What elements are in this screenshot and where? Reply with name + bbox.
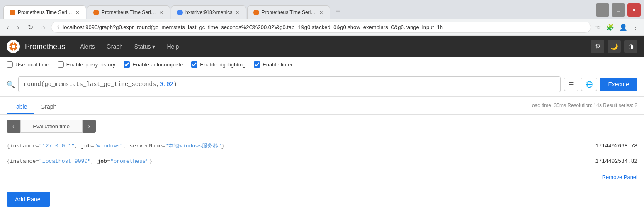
tab-close-2[interactable]: × [159,9,164,16]
query-list-btn[interactable]: ☰ [564,78,578,91]
use-local-time-label[interactable]: Use local time [7,61,49,68]
label-eq-1: = [36,143,39,149]
forward-button[interactable]: › [15,22,22,33]
label-brace-open-1: { [7,143,10,149]
execute-button[interactable]: Execute [600,78,637,91]
eval-time-display[interactable]: Evaluation time [20,120,83,133]
query-input-display[interactable]: round(go_memstats_last_gc_time_seconds, … [18,76,561,92]
profile-button[interactable]: 👤 [618,22,628,32]
nav-help[interactable]: Help [162,41,184,52]
enable-linter-label[interactable]: Enable linter [254,61,292,68]
use-local-time-checkbox[interactable] [7,61,13,68]
app-logo [7,40,20,53]
label-val-instance-2: "localhost:9090" [39,158,91,164]
nav-status[interactable]: Status ▾ [129,41,160,52]
tab-favicon-2 [93,10,99,15]
tab-close-3[interactable]: × [235,9,240,16]
label-val-job-1: "windows" [94,143,123,149]
prometheus-logo-svg [9,42,18,51]
bookmark-button[interactable]: ☆ [594,22,602,32]
query-actions: ☰ 🌐 Execute [564,78,637,91]
enable-query-history-text: Enable query history [66,61,116,68]
new-tab-button[interactable]: + [331,4,345,19]
eval-controls: ‹ Evaluation time › [0,115,644,138]
tab-close-1[interactable]: × [75,9,80,16]
tab-favicon-3 [177,10,183,15]
tab-4[interactable]: Prometheus Time Series Coll… × [247,5,330,19]
prometheus-app: Prometheus Alerts Graph Status ▾ Help ⚙ … [0,36,644,213]
enable-highlighting-label[interactable]: Enable highlighting [191,61,245,68]
label-brace-close-2: } [149,158,152,164]
label-val-instance-1: "127.0.0.1" [39,143,75,149]
tab-title-4: Prometheus Time Series Coll… [262,10,316,15]
theme-moon-btn[interactable]: 🌙 [608,40,621,53]
label-comma-3: , [91,158,97,164]
eval-next-button[interactable]: › [83,120,96,133]
enable-highlighting-text: Enable highlighting [200,61,245,68]
label-val-job-2: "prometheus" [110,158,149,164]
address-bar[interactable]: ℹ localhost:9090/graph?g0.expr=round(go_… [51,22,591,33]
label-key-servername-1: serverName [130,143,162,149]
use-local-time-text: Use local time [15,61,49,68]
row-labels-2: {instance="localhost:9090", job="prometh… [7,158,595,164]
label-eq2-1: = [91,143,94,149]
tab-table[interactable]: Table [7,100,34,114]
nav-status-label: Status [134,43,151,50]
eval-prev-button[interactable]: ‹ [7,120,20,133]
chevron-down-icon: ▾ [152,43,155,50]
nav-graph[interactable]: Graph [102,41,128,52]
row-labels-1: {instance="127.0.0.1", job="windows", se… [7,142,595,149]
theme-contrast-btn[interactable]: ◑ [624,40,637,53]
nav-alerts[interactable]: Alerts [75,41,100,52]
settings-icon-btn[interactable]: ⚙ [591,40,604,53]
remove-panel-button[interactable]: Remove Panel [602,174,637,180]
tab-1[interactable]: Prometheus Time Series Coll… × [3,5,86,19]
enable-autocomplete-text: Enable autocomplete [132,61,183,68]
query-text-suffix: ) [173,81,177,88]
back-button[interactable]: ‹ [4,22,11,33]
tab-favicon-4 [253,10,259,15]
tab-title-2: Prometheus Time Series Coll… [102,10,156,15]
label-val-servername-1: "本地windows服务器" [165,143,221,149]
row-value-2: 1714402584.82 [595,158,637,164]
label-comma-2: , [123,143,130,149]
query-globe-btn[interactable]: 🌐 [581,78,597,91]
data-rows: {instance="127.0.0.1", job="windows", se… [0,138,644,169]
label-brace-open-2: { [7,158,10,164]
home-button[interactable]: ⌂ [39,22,48,33]
panel-footer: Remove Panel [0,169,644,185]
label-key-instance-2: instance [10,158,36,164]
enable-query-history-label[interactable]: Enable query history [58,61,116,68]
extensions-button[interactable]: 🧩 [605,22,615,32]
minimize-button[interactable]: ─ [596,3,609,17]
query-text-num: 0.02 [160,81,174,88]
label-brace-close-1: } [221,143,225,149]
enable-autocomplete-label[interactable]: Enable autocomplete [124,61,183,68]
tab-title-1: Prometheus Time Series Coll… [18,10,73,15]
enable-linter-text: Enable linter [262,61,292,68]
close-window-button[interactable]: × [627,3,641,17]
tab-3[interactable]: hxstrive:9182/metrics × [171,5,246,19]
tab-close-4[interactable]: × [318,9,323,16]
label-key-job-1: job [81,143,90,149]
maximize-button[interactable]: □ [612,3,625,17]
enable-linter-checkbox[interactable] [254,61,260,68]
add-panel-button[interactable]: Add Panel [7,192,50,207]
panel: Table Graph Load time: 35ms Resolution: … [0,97,644,185]
tab-title-3: hxstrive:9182/metrics [185,10,232,15]
query-bar: 🔍 round(go_memstats_last_gc_time_seconds… [0,72,644,97]
label-eq-2: = [36,158,39,164]
label-key-job-2: job [97,158,107,164]
enable-query-history-checkbox[interactable] [58,61,64,68]
enable-autocomplete-checkbox[interactable] [124,61,130,68]
label-key-instance-1: instance [10,143,36,149]
app-navbar: Prometheus Alerts Graph Status ▾ Help ⚙ … [0,36,644,57]
page-footer: Add Panel [0,185,644,213]
reload-button[interactable]: ↻ [25,22,36,33]
menu-button[interactable]: ⋮ [632,22,640,32]
tab-graph[interactable]: Graph [34,100,63,114]
label-eq2-2: = [107,158,110,164]
tab-2[interactable]: Prometheus Time Series Coll… × [87,5,170,19]
nav-links: Alerts Graph Status ▾ Help [75,41,591,52]
enable-highlighting-checkbox[interactable] [191,61,197,68]
